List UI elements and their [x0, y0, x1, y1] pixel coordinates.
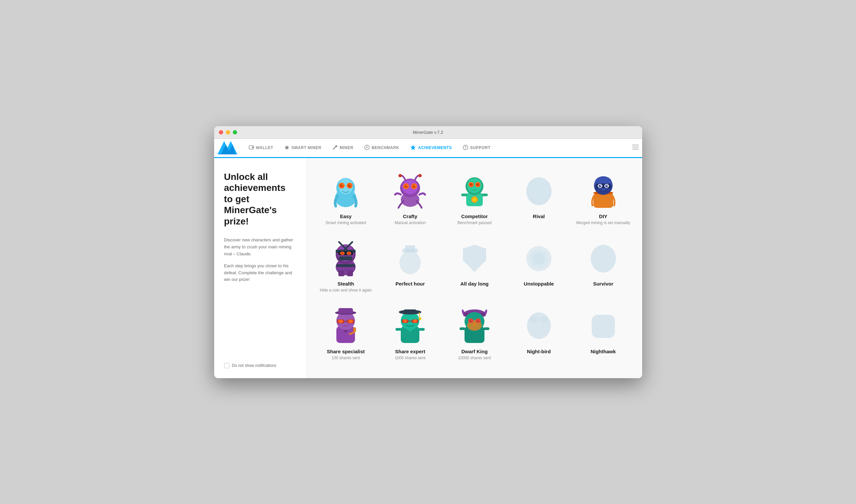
svg-point-32 [405, 185, 408, 188]
achievement-row-1: Easy Smart mining activated [314, 168, 636, 232]
wallet-icon [249, 145, 254, 151]
achievement-night-bird[interactable]: Night-bird [507, 303, 571, 367]
svg-rect-73 [338, 270, 344, 276]
nav-smart-miner-label: SMART MINER [291, 145, 321, 150]
svg-point-91 [348, 320, 353, 323]
achievement-unstoppable[interactable]: Unstoppable [507, 235, 571, 300]
nav-miner-label: MINER [340, 145, 353, 150]
svg-rect-74 [347, 270, 353, 276]
achievement-dwarf-king[interactable]: Dwarf King 10000 shares sent [442, 303, 507, 367]
perfect-hour-name: Perfect hour [395, 281, 425, 287]
crafty-name: Crafty [403, 214, 417, 219]
share-specialist-name: Share specialist [327, 348, 364, 354]
sidebar-desc-2: Each step brings you closer to his defea… [224, 263, 297, 283]
window-title: MinerGate v.7.2 [413, 130, 443, 135]
svg-point-8 [366, 147, 368, 148]
svg-point-90 [338, 320, 343, 323]
svg-rect-83 [353, 327, 356, 332]
achievement-perfect-hour[interactable]: Perfect hour [378, 235, 442, 300]
achievement-easy[interactable]: Easy Smart mining activated [314, 168, 378, 232]
share-expert-desc: 1000 shares sent [395, 356, 425, 361]
easy-desc: Smart mining activated [325, 220, 366, 226]
nav-achievements[interactable]: ACHIEVEMENTS [406, 142, 456, 154]
svg-point-48 [529, 179, 549, 201]
achievement-crafty[interactable]: Crafty Manual activation [378, 168, 442, 232]
survivor-name: Survivor [593, 281, 613, 287]
achievement-competitor[interactable]: Competitor Benchmark passed [442, 168, 507, 232]
achievement-diy[interactable]: DIY Merged mining is set manually [571, 168, 636, 232]
svg-point-81 [591, 245, 616, 273]
easy-name: Easy [340, 214, 352, 219]
svg-rect-46 [482, 194, 488, 196]
nav-smart-miner[interactable]: SMART MINER [280, 143, 326, 153]
nav-right-area [632, 144, 639, 151]
svg-rect-118 [484, 327, 489, 330]
share-expert-name: Share expert [395, 348, 425, 354]
notification-checkbox[interactable] [224, 363, 229, 368]
diy-name: DIY [599, 214, 607, 219]
nav-achievements-label: ACHIEVEMENTS [418, 145, 451, 150]
benchmark-icon [364, 145, 370, 151]
nav-wallet[interactable]: WALLET [244, 143, 278, 153]
minimize-button[interactable] [226, 130, 230, 134]
rival-avatar [521, 173, 557, 210]
window-controls [219, 130, 237, 134]
svg-point-23 [342, 184, 343, 185]
svg-rect-103 [395, 328, 402, 331]
svg-point-59 [606, 185, 607, 186]
svg-point-29 [418, 174, 422, 177]
maximize-button[interactable] [233, 130, 237, 134]
svg-point-115 [478, 320, 479, 321]
svg-rect-15 [632, 149, 639, 149]
svg-marker-10 [410, 145, 416, 150]
easy-avatar [327, 173, 364, 210]
svg-marker-4 [285, 145, 289, 150]
stealth-name: Stealth [337, 281, 354, 287]
achievement-survivor[interactable]: Survivor [571, 235, 636, 300]
svg-rect-13 [632, 145, 639, 145]
content-area: Unlock all achievements to get MinerGate… [214, 158, 642, 378]
achievement-share-specialist[interactable]: Share specialist 100 shares sent [314, 303, 378, 367]
achievements-grid: Easy Smart mining activated [307, 158, 642, 378]
achievement-stealth[interactable]: Stealth Hide a coin and show it again [314, 235, 378, 300]
svg-point-28 [398, 174, 402, 177]
all-day-long-avatar [456, 240, 493, 277]
nav-miner[interactable]: MINER [328, 143, 358, 153]
nav-benchmark[interactable]: BENCHMARK [360, 143, 404, 153]
smart-miner-icon [284, 145, 289, 151]
share-specialist-avatar [327, 308, 364, 345]
svg-point-33 [412, 185, 416, 188]
nav-support-label: SUPPORT [470, 145, 491, 150]
sidebar: Unlock all achievements to get MinerGate… [214, 158, 307, 378]
unstoppable-avatar [521, 240, 557, 277]
svg-point-21 [340, 184, 343, 187]
achievement-row-3: Share specialist 100 shares sent [314, 303, 636, 367]
achievement-rival[interactable]: Rival [507, 168, 571, 232]
crafty-desc: Manual activation [395, 220, 426, 226]
svg-rect-95 [404, 309, 416, 313]
achievement-nighthawk[interactable]: Nighthawk [571, 303, 636, 367]
svg-point-114 [470, 320, 471, 321]
dwarf-king-name: Dwarf King [461, 348, 487, 354]
svg-point-121 [540, 317, 548, 323]
survivor-avatar [585, 240, 622, 277]
svg-point-24 [350, 184, 351, 185]
navigation-bar: WALLET SMART MINER MINER B [214, 139, 642, 158]
achievement-all-day-long[interactable]: All day long [442, 235, 507, 300]
close-button[interactable] [219, 130, 223, 134]
stealth-desc: Hide a coin and show it again [320, 288, 372, 293]
competitor-name: Competitor [461, 214, 488, 219]
achievement-share-expert[interactable]: Share expert 1000 shares sent [378, 303, 442, 367]
sidebar-footer: Do not show notifications [224, 363, 297, 368]
svg-text:?: ? [464, 146, 466, 149]
achievement-row-2: Stealth Hide a coin and show it again Pe… [314, 235, 636, 300]
unstoppable-name: Unstoppable [524, 281, 554, 287]
stealth-avatar [327, 240, 364, 277]
svg-rect-49 [593, 193, 613, 208]
svg-point-80 [533, 253, 545, 265]
svg-rect-86 [338, 308, 353, 313]
nav-support[interactable]: ? SUPPORT [458, 143, 495, 153]
svg-point-42 [477, 183, 479, 186]
svg-rect-72 [336, 264, 355, 267]
title-bar: MinerGate v.7.2 [214, 126, 642, 139]
